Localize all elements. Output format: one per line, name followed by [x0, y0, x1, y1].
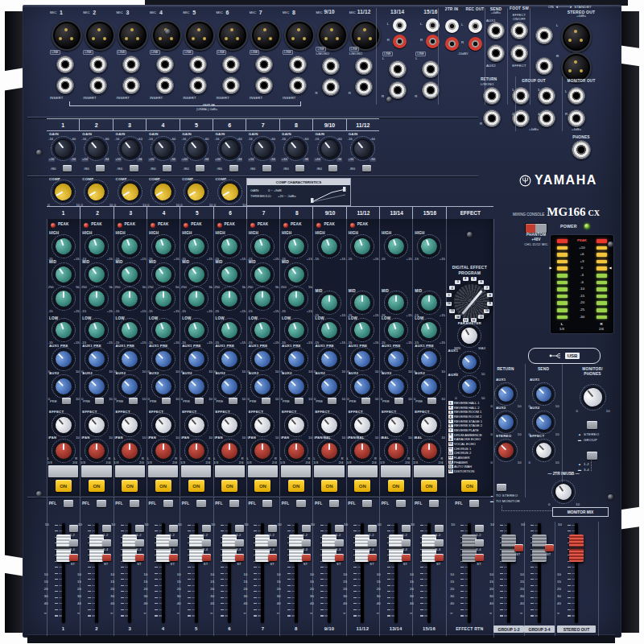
- assign-3-4-button-EFFECT RTN[interactable]: [475, 539, 484, 547]
- send-aux2-knob[interactable]: 010: [535, 413, 553, 431]
- high-eq-knob-ch11/12[interactable]: -15+15: [353, 237, 372, 256]
- effect-send-knob-ch4[interactable]: 010: [154, 415, 173, 435]
- assign-1-2-button-5[interactable]: [202, 525, 211, 532]
- aux2-knob-ch11/12[interactable]: 010: [353, 377, 372, 396]
- pan-knob-ch13/14[interactable]: [386, 441, 406, 460]
- effect-send-knob-ch3[interactable]: 010: [120, 415, 139, 435]
- on-button-ch13/14[interactable]: ON: [388, 480, 404, 492]
- effect-on-button[interactable]: ON: [461, 480, 477, 492]
- fader-cap-13/14[interactable]: [389, 535, 403, 562]
- pre-button-ch5[interactable]: [195, 398, 204, 404]
- on-button-ch4[interactable]: ON: [155, 480, 171, 492]
- aux2-knob-ch4[interactable]: 010: [154, 377, 173, 396]
- hpf-80hz-button-ch4[interactable]: [163, 165, 171, 171]
- send-effect-knob[interactable]: 010: [535, 441, 553, 460]
- assign-3-4-button-9/10[interactable]: [335, 539, 344, 547]
- low-eq-knob-ch2[interactable]: -15+15: [87, 320, 106, 340]
- pfl-button-8[interactable]: [296, 500, 306, 507]
- pfl-button-1[interactable]: [64, 500, 73, 507]
- on-button-ch8[interactable]: ON: [288, 480, 304, 492]
- on-button-ch2[interactable]: ON: [89, 480, 105, 492]
- aux2-knob-ch1[interactable]: 010: [54, 377, 73, 396]
- hpf-80hz-button-ch11/12[interactable]: [362, 165, 371, 171]
- hpf-80hz-button-ch6[interactable]: [229, 165, 238, 171]
- parameter-knob[interactable]: MINMAX: [460, 326, 479, 345]
- effect-send-knob-ch6[interactable]: 010: [220, 415, 239, 435]
- assign-st-button-9/10[interactable]: [335, 554, 344, 561]
- on-button-ch9/10[interactable]: ON: [321, 480, 337, 492]
- low-eq-knob-ch3[interactable]: -15+15: [120, 320, 139, 340]
- pan-knob-ch4[interactable]: [154, 441, 173, 460]
- effect-send-knob-ch2[interactable]: 010: [87, 415, 106, 435]
- assign-3-4-button-4[interactable]: [169, 539, 178, 547]
- assign-st-button-3[interactable]: [135, 554, 144, 561]
- assign-3-4-button-11/12[interactable]: [368, 539, 377, 547]
- mid-freq-knob-ch2[interactable]: 2505k: [87, 265, 106, 284]
- assign-st-button-8[interactable]: [302, 554, 311, 561]
- pan-knob-ch9/10[interactable]: [320, 441, 339, 460]
- mid-freq-knob-ch7[interactable]: 2505k: [253, 265, 272, 284]
- pfl-button-13/14[interactable]: [396, 500, 406, 507]
- aux2-knob-ch3[interactable]: 010: [120, 377, 139, 396]
- effect-send-knob-ch13/14[interactable]: 010: [386, 415, 406, 435]
- aux1-knob-ch11/12[interactable]: 010: [353, 349, 372, 369]
- aux1-knob-ch2[interactable]: 010: [87, 349, 106, 369]
- high-eq-knob-ch7[interactable]: -15+15: [253, 237, 272, 256]
- aux1-knob-ch5[interactable]: 010: [187, 349, 206, 369]
- assign-1-2-button-11/12[interactable]: [368, 525, 377, 532]
- pre-button-ch9/10[interactable]: [328, 398, 336, 404]
- fx-aux1-knob[interactable]: 010: [460, 353, 478, 371]
- low-eq-knob-ch8[interactable]: -15+15: [287, 320, 306, 340]
- mid-gain-knob-ch1[interactable]: -15+15: [54, 289, 73, 308]
- hpf-80hz-button-ch1[interactable]: [63, 165, 72, 171]
- pre-button-ch8[interactable]: [295, 398, 303, 404]
- assign-st-button-EFFECT RTN[interactable]: [475, 554, 484, 561]
- hpf-80hz-button-ch7[interactable]: [262, 165, 271, 171]
- stereo-group-switch[interactable]: [587, 421, 597, 429]
- assign-st-button-6[interactable]: [235, 554, 244, 561]
- comp-knob-ch4[interactable]: 010: [153, 182, 173, 202]
- pre-button-ch11/12[interactable]: [361, 398, 370, 404]
- mid-gain-knob-ch6[interactable]: -15+15: [220, 289, 239, 308]
- effect-send-knob-ch9/10[interactable]: 010: [320, 415, 339, 435]
- effect-send-knob-ch7[interactable]: 010: [253, 415, 272, 435]
- high-eq-knob-ch8[interactable]: -15+15: [287, 237, 306, 256]
- mid-freq-knob-ch1[interactable]: 2505k: [54, 265, 73, 284]
- pre-button-ch4[interactable]: [162, 398, 171, 404]
- fader-cap-4[interactable]: [156, 535, 171, 562]
- aux1-knob-ch8[interactable]: 010: [287, 349, 306, 369]
- mid-freq-knob-ch8[interactable]: 2505k: [287, 265, 306, 284]
- comp-knob-ch1[interactable]: 010: [53, 182, 73, 202]
- low-eq-knob-ch15/16[interactable]: -15+15: [419, 320, 439, 340]
- low-eq-knob-ch5[interactable]: -15+15: [187, 320, 206, 340]
- aux2-knob-ch9/10[interactable]: 010: [320, 377, 339, 396]
- aux1-knob-ch1[interactable]: 010: [54, 349, 73, 369]
- effect-send-knob-ch15/16[interactable]: 010: [419, 415, 439, 435]
- high-eq-knob-ch2[interactable]: -15+15: [87, 237, 106, 256]
- assign-st-button-15/16[interactable]: [435, 554, 444, 561]
- comp-knob-ch5[interactable]: 010: [186, 182, 206, 202]
- comp-knob-ch2[interactable]: 010: [86, 182, 106, 202]
- on-button-ch6[interactable]: ON: [221, 480, 237, 492]
- assign-1-2-button-EFFECT RTN[interactable]: [475, 525, 484, 532]
- assign-1-2-button-15/16[interactable]: [435, 525, 444, 532]
- low-eq-knob-ch13/14[interactable]: -15+15: [386, 320, 406, 340]
- send-aux1-knob[interactable]: 010: [535, 385, 553, 403]
- pre-button-ch15/16[interactable]: [427, 398, 436, 404]
- assign-st-button-11/12[interactable]: [368, 554, 377, 561]
- mid-gain-knob-ch7[interactable]: -15+15: [253, 289, 272, 308]
- return-stereo-knob[interactable]: 010: [497, 441, 515, 460]
- high-eq-knob-ch15/16[interactable]: -15+15: [419, 237, 439, 256]
- pre-button-ch1[interactable]: [62, 398, 71, 404]
- high-eq-knob-ch9/10[interactable]: -15+15: [320, 237, 339, 256]
- assign-1-2-button-1[interactable]: [69, 525, 78, 532]
- assign-1-2-button-3[interactable]: [135, 525, 144, 532]
- assign-1-2-button-2[interactable]: [102, 525, 111, 532]
- low-eq-knob-ch4[interactable]: -15+15: [154, 320, 173, 340]
- mid-gain-knob-ch3[interactable]: -15+15: [120, 289, 139, 308]
- mid-eq-knob-ch11/12[interactable]: -15+15: [353, 293, 372, 312]
- pan-knob-ch15/16[interactable]: [419, 441, 439, 460]
- low-eq-knob-ch6[interactable]: -15+15: [220, 320, 239, 340]
- assign-3-4-button-5[interactable]: [202, 539, 211, 547]
- mid-gain-knob-ch4[interactable]: -15+15: [154, 289, 173, 308]
